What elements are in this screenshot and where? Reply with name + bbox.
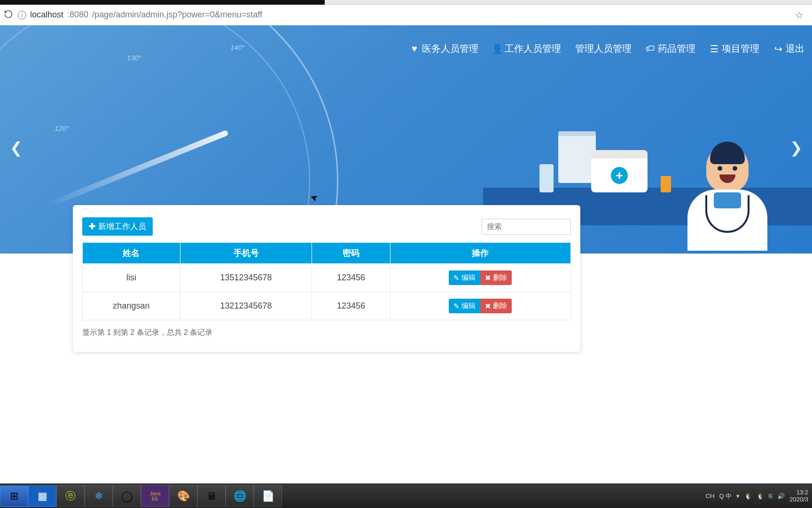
edit-icon: ✎: [453, 274, 460, 282]
gauge-label-130: 130°: [127, 54, 141, 62]
th-phone[interactable]: 手机号: [180, 243, 312, 264]
cell-password: 123456: [312, 292, 390, 320]
taskbar-app-javaee[interactable]: JavaEE: [141, 485, 169, 507]
cell-phone: 13212345678: [180, 292, 312, 320]
delete-label: 删除: [493, 302, 507, 310]
nav-label: 药品管理: [658, 42, 695, 55]
delete-label: 删除: [493, 273, 507, 282]
cell-password: 123456: [312, 264, 390, 292]
nav-item-medical[interactable]: ♥ 医务人员管理: [410, 42, 478, 55]
address-bar: i localhost:8080/page/admin/admin.jsp?po…: [0, 5, 812, 25]
tray-chevron-icon[interactable]: ▾: [736, 492, 740, 500]
user-icon: 👤: [492, 44, 502, 54]
ime-indicator[interactable]: CH: [706, 492, 715, 500]
tag-icon: 🏷: [646, 44, 655, 54]
taskbar-app-1[interactable]: ▦: [28, 485, 56, 507]
edit-button[interactable]: ✎ 编辑: [449, 270, 480, 285]
plus-icon: ✚: [89, 222, 95, 231]
nav-label: 医务人员管理: [422, 42, 478, 55]
th-password[interactable]: 密码: [312, 243, 390, 264]
list-icon: ☰: [710, 44, 719, 54]
nav-label: 项目管理: [722, 42, 759, 55]
taskbar-app-4[interactable]: 🖥: [197, 485, 226, 507]
bookmark-star-icon[interactable]: ☆: [795, 9, 804, 21]
th-name[interactable]: 姓名: [83, 243, 180, 264]
exit-icon: ↪: [773, 44, 783, 54]
add-staff-label: 新增工作人员: [98, 221, 146, 232]
card-toolbar: ✚ 新增工作人员: [82, 217, 571, 236]
nav-item-admin[interactable]: 管理人员管理: [575, 42, 632, 55]
illustration-bottle: [539, 164, 554, 192]
nav-item-drugs[interactable]: 🏷 药品管理: [646, 42, 695, 55]
close-icon: ✖: [485, 302, 491, 310]
taskbar-clock[interactable]: 13:2 2020/3: [789, 489, 808, 503]
clock-date: 2020/3: [789, 496, 808, 503]
start-button[interactable]: ⊞: [0, 485, 28, 507]
edit-label: 编辑: [461, 302, 476, 310]
tray-icon[interactable]: 🐧: [744, 492, 752, 500]
tray-icon[interactable]: ⎘: [769, 492, 773, 500]
illustration-doctor: [680, 145, 774, 254]
heart-icon: ♥: [410, 44, 419, 54]
illustration-clipboard: [558, 131, 596, 183]
nav-label: 退出: [786, 42, 804, 55]
delete-button[interactable]: ✖ 删除: [480, 299, 512, 313]
add-staff-button[interactable]: ✚ 新增工作人员: [82, 217, 153, 236]
taskbar-app-5[interactable]: 🌐: [226, 485, 254, 507]
staff-table: 姓名 手机号 密码 操作 lisi 13512345678 123456 ✎ 编…: [82, 242, 571, 320]
url-display[interactable]: i localhost:8080/page/admin/admin.jsp?po…: [18, 10, 790, 20]
delete-button[interactable]: ✖ 删除: [480, 270, 512, 285]
windows-taskbar: ⊞ ▦ ⓔ ❄ ◯ JavaEE 🎨 🖥 🌐 📄 CH Q 中 ▾ 🐧 🐧 ⎘ …: [0, 484, 812, 508]
top-nav: ♥ 医务人员管理 👤 工作人员管理 管理人员管理 🏷 药品管理 ☰ 项目管理 ↪…: [410, 42, 804, 55]
pager-info: 显示第 1 到第 2 条记录，总共 2 条记录: [82, 328, 571, 338]
nav-label: 工作人员管理: [505, 42, 561, 55]
close-icon: ✖: [485, 274, 491, 282]
taskbar-app-2[interactable]: ❄: [85, 485, 113, 507]
active-tab-dark: [0, 0, 325, 5]
taskbar-app-3[interactable]: 🎨: [169, 485, 197, 507]
cell-phone: 13512345678: [180, 264, 312, 292]
nav-item-logout[interactable]: ↪ 退出: [773, 42, 804, 55]
th-ops[interactable]: 操作: [390, 243, 570, 264]
table-row: lisi 13512345678 123456 ✎ 编辑 ✖ 删除: [83, 264, 571, 292]
ime-mode[interactable]: Q 中: [719, 492, 732, 500]
url-port: :8080: [67, 10, 88, 20]
carousel-prev-icon[interactable]: ❮: [8, 138, 23, 157]
site-info-icon[interactable]: i: [18, 11, 26, 19]
illustration-medkit: [591, 150, 648, 192]
edit-icon: ✎: [453, 302, 460, 310]
table-row: zhangsan 13212345678 123456 ✎ 编辑 ✖ 删除: [83, 292, 571, 320]
clock-time: 13:2: [789, 489, 808, 496]
reload-icon[interactable]: [4, 9, 13, 21]
system-tray: CH Q 中 ▾ 🐧 🐧 ⎘ 🔊 13:2 2020/3: [702, 489, 812, 503]
taskbar-app-ie[interactable]: ⓔ: [56, 485, 85, 507]
cell-name: lisi: [83, 264, 180, 292]
illustration-pill-bottle: [661, 176, 671, 192]
edit-label: 编辑: [461, 273, 476, 282]
nav-item-projects[interactable]: ☰ 项目管理: [710, 42, 759, 55]
taskbar-app-chrome[interactable]: ◯: [113, 485, 141, 507]
volume-icon[interactable]: 🔊: [777, 492, 785, 500]
gauge-label-140: 140°: [230, 43, 245, 51]
gauge-label-120: 120°: [55, 124, 69, 132]
url-host: localhost: [30, 10, 63, 20]
search-input[interactable]: [482, 219, 571, 235]
tray-icon[interactable]: 🐧: [757, 492, 764, 500]
nav-item-staff[interactable]: 👤 工作人员管理: [492, 42, 561, 55]
edit-button[interactable]: ✎ 编辑: [449, 299, 480, 313]
browser-tabstrip: [0, 0, 812, 5]
url-path: /page/admin/admin.jsp?power=0&menu=staff: [92, 10, 262, 20]
cell-ops: ✎ 编辑 ✖ 删除: [390, 292, 570, 320]
content-card: ✚ 新增工作人员 姓名 手机号 密码 操作 lisi 13512345678 1…: [73, 205, 580, 352]
cell-ops: ✎ 编辑 ✖ 删除: [390, 264, 570, 292]
nav-label: 管理人员管理: [575, 42, 632, 55]
carousel-next-icon[interactable]: ❯: [789, 138, 804, 157]
taskbar-app-notepad[interactable]: 📄: [254, 485, 282, 507]
cell-name: zhangsan: [83, 292, 180, 320]
